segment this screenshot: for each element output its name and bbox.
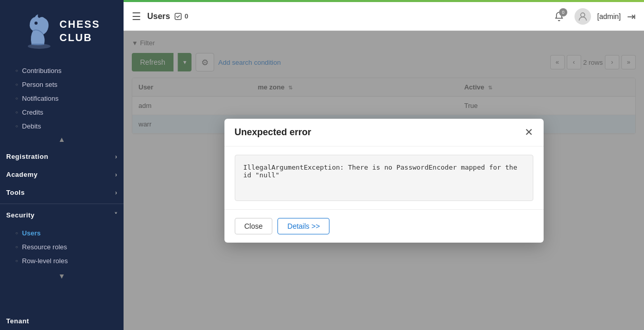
sidebar: CHESSCLUB ○ Contributions ○ Person sets … [0, 0, 124, 330]
scroll-up-indicator: ▲ [0, 133, 124, 145]
user-icon [578, 11, 588, 22]
dot-icon: ○ [15, 259, 18, 263]
chevron-right-icon: › [115, 189, 118, 196]
chevron-right-icon: › [115, 171, 118, 178]
hamburger-icon[interactable]: ☰ [132, 10, 141, 23]
checkbox-icon [174, 12, 182, 21]
logout-button[interactable]: ⇥ [627, 10, 636, 23]
sidebar-item-resource-roles[interactable]: ○ Resource roles [0, 240, 124, 254]
error-message-box: IllegalArgumentException: There is no Pa… [235, 155, 533, 201]
dot-icon: ○ [15, 68, 18, 73]
svg-point-1 [34, 22, 38, 25]
sidebar-logo-text: CHESSCLUB [60, 17, 100, 44]
sidebar-section-tenant[interactable]: Tenant [0, 312, 124, 330]
sidebar-section-members: ○ Contributions ○ Person sets ○ Notifica… [0, 62, 124, 148]
modal-footer: Close Details >> [224, 209, 544, 243]
main-area: ☰ Users 0 0 [adm [124, 0, 644, 330]
dot-icon: ○ [15, 124, 18, 129]
user-label[interactable]: [admin] [597, 12, 621, 21]
topbar: ☰ Users 0 0 [adm [124, 2, 644, 31]
sidebar-item-notifications[interactable]: ○ Notifications [0, 91, 124, 105]
sidebar-item-person-sets[interactable]: ○ Person sets [0, 78, 124, 91]
content-area: ▼ Filter Refresh ▾ ⚙ Add search conditio… [124, 31, 644, 330]
tasks-badge[interactable]: 0 [174, 12, 188, 21]
modal-close-button[interactable]: ✕ [525, 127, 533, 137]
dot-icon: ○ [15, 110, 18, 115]
notification-badge: 0 [559, 8, 567, 16]
sidebar-logo: CHESSCLUB [0, 0, 124, 62]
avatar [575, 8, 591, 25]
sidebar-section-tools[interactable]: Tools › [0, 184, 124, 201]
modal-title: Unexpected error [235, 127, 311, 138]
divider [0, 204, 124, 204]
dot-icon: ○ [15, 82, 18, 87]
page-title: Users 0 [147, 12, 188, 21]
sidebar-item-row-level-roles[interactable]: ○ Row-level roles [0, 254, 124, 268]
sidebar-section-security-items: ○ Users ○ Resource roles ○ Row-level rol… [0, 224, 124, 270]
modal-overlay: Unexpected error ✕ IllegalArgumentExcept… [124, 31, 644, 330]
modal-header: Unexpected error ✕ [224, 119, 544, 146]
scroll-down-indicator: ▼ [0, 270, 124, 282]
error-message-text: IllegalArgumentException: There is no Pa… [243, 163, 517, 179]
svg-point-3 [581, 13, 585, 17]
sidebar-item-contributions[interactable]: ○ Contributions [0, 64, 124, 78]
chevron-down-icon: ˅ [114, 212, 118, 219]
error-modal: Unexpected error ✕ IllegalArgumentExcept… [224, 119, 544, 243]
notification-button[interactable]: 0 [550, 7, 568, 26]
dot-icon: ○ [15, 96, 18, 101]
close-button[interactable]: Close [235, 218, 273, 234]
sidebar-item-credits[interactable]: ○ Credits [0, 105, 124, 119]
sidebar-section-academy[interactable]: Academy › [0, 166, 124, 184]
sidebar-section-security[interactable]: Security ˅ [0, 206, 124, 224]
chevron-right-icon: › [115, 153, 118, 160]
details-button[interactable]: Details >> [277, 218, 329, 234]
sidebar-item-debits[interactable]: ○ Debits [0, 119, 124, 133]
chess-knight-icon [24, 13, 55, 49]
modal-body: IllegalArgumentException: There is no Pa… [224, 146, 544, 209]
dot-icon: ○ [15, 231, 18, 235]
dot-icon: ○ [15, 245, 18, 249]
sidebar-section-registration[interactable]: Registration › [0, 148, 124, 166]
sidebar-item-users[interactable]: ○ Users [0, 226, 124, 240]
